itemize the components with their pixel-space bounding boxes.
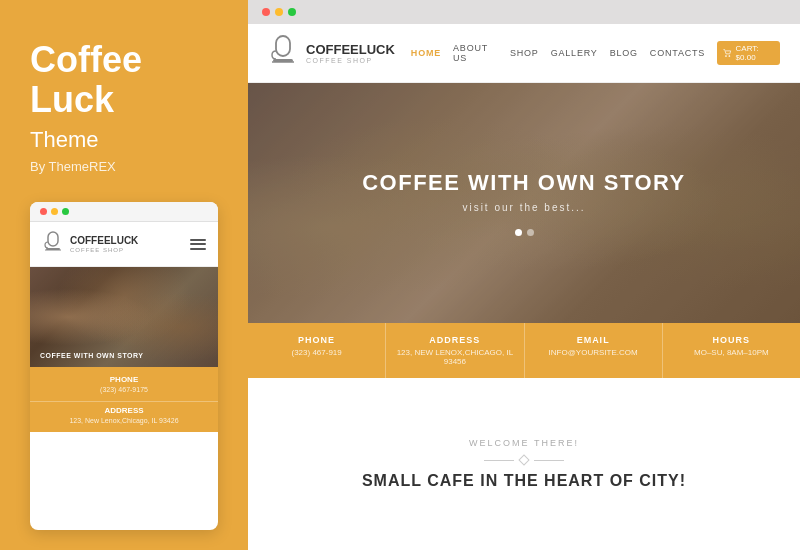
arrow-line-left [484, 460, 514, 461]
mobile-info-section: PHONE (323) 467-9175 [30, 367, 218, 401]
info-bar: PHONE (323) 467-919 ADDRESS 123, NEW LEN… [248, 323, 800, 378]
nav-item-blog[interactable]: BLOG [610, 48, 638, 58]
browser-dot-yellow [275, 8, 283, 16]
theme-subtitle: Theme [30, 127, 218, 153]
title-line1: Coffee [30, 39, 142, 80]
mobile-hero: COFFEE WITH OWN STORY [30, 267, 218, 367]
theme-title: Coffee Luck [30, 40, 218, 119]
site-logo-bold: COFFEE [306, 42, 359, 57]
info-hours-value: MO–SU, 8AM–10PM [673, 348, 790, 357]
hamburger-line-3 [190, 248, 206, 250]
mobile-address-label: ADDRESS [42, 406, 206, 415]
hero-subtitle: visit our the best... [462, 202, 585, 213]
mobile-logo-sub: COFFEE SHOP [70, 247, 138, 253]
info-address-value: 123, NEW LENOX,CHICAGO, IL 93456 [396, 348, 513, 366]
browser-window: COFFEELUCK COFFEE SHOP HOME ABOUT US SHO… [248, 24, 800, 550]
nav-item-shop[interactable]: SHOP [510, 48, 539, 58]
mobile-address-value: 123, New Lenox,Chicago, IL 93426 [42, 417, 206, 424]
mobile-nav: COFFEELUCK COFFEE SHOP [30, 222, 218, 267]
nav-item-gallery[interactable]: GALLERY [551, 48, 598, 58]
hero-dot-1[interactable] [515, 229, 522, 236]
hero-title: COFFEE WITH OWN STORY [362, 170, 686, 196]
site-logo-sub: COFFEE SHOP [306, 57, 395, 64]
mobile-logo-icon [42, 230, 64, 258]
mobile-dot-red [40, 208, 47, 215]
hamburger-icon[interactable] [190, 239, 206, 250]
hero-dots [515, 229, 534, 236]
browser-dot-red [262, 8, 270, 16]
nav-item-about[interactable]: ABOUT US [453, 43, 498, 63]
right-panel: COFFEELUCK COFFEE SHOP HOME ABOUT US SHO… [248, 0, 800, 550]
info-item-hours: HOURS MO–SU, 8AM–10PM [663, 323, 800, 378]
info-email-label: EMAIL [535, 335, 652, 345]
cart-badge[interactable]: CART: $0.00 [717, 41, 780, 65]
mobile-address-section: ADDRESS 123, New Lenox,Chicago, IL 93426 [30, 401, 218, 432]
hamburger-line-1 [190, 239, 206, 241]
svg-rect-0 [48, 232, 58, 246]
site-logo-area: COFFEELUCK COFFEE SHOP [268, 34, 395, 72]
info-phone-label: PHONE [258, 335, 375, 345]
mobile-mockup: COFFEELUCK COFFEE SHOP COFFEE WITH OWN S… [30, 202, 218, 530]
info-address-label: ADDRESS [396, 335, 513, 345]
welcome-arrows [484, 456, 564, 464]
site-nav: COFFEELUCK COFFEE SHOP HOME ABOUT US SHO… [248, 24, 800, 83]
mobile-phone-value: (323) 467-9175 [42, 386, 206, 393]
cart-icon [723, 48, 732, 58]
nav-item-contacts[interactable]: CONTACTS [650, 48, 705, 58]
mobile-logo-bold: COFFEE [70, 235, 111, 246]
svg-point-5 [729, 55, 731, 57]
info-item-address: ADDRESS 123, NEW LENOX,CHICAGO, IL 93456 [386, 323, 524, 378]
mobile-dot-yellow [51, 208, 58, 215]
site-hero: COFFEE WITH OWN STORY visit our the best… [248, 83, 800, 323]
arrow-diamond [518, 454, 529, 465]
info-phone-value: (323) 467-919 [258, 348, 375, 357]
mobile-hero-text: COFFEE WITH OWN STORY [40, 352, 143, 359]
svg-point-4 [725, 55, 727, 57]
cart-label: CART: $0.00 [736, 44, 774, 62]
svg-rect-2 [276, 36, 290, 56]
theme-by: By ThemeREX [30, 159, 218, 174]
mobile-dot-green [62, 208, 69, 215]
mobile-phone-label: PHONE [42, 375, 206, 384]
welcome-tag: WELCOME THERE! [469, 438, 579, 448]
site-logo-icon [268, 34, 298, 72]
hero-content: COFFEE WITH OWN STORY visit our the best… [248, 83, 800, 323]
nav-items: HOME ABOUT US SHOP GALLERY BLOG CONTACTS… [411, 41, 780, 65]
browser-dot-green [288, 8, 296, 16]
nav-item-home[interactable]: HOME [411, 48, 441, 58]
hero-dot-2[interactable] [527, 229, 534, 236]
mobile-logo-area: COFFEELUCK COFFEE SHOP [42, 230, 138, 258]
arrow-line-right [534, 460, 564, 461]
info-hours-label: HOURS [673, 335, 790, 345]
info-item-email: EMAIL INFO@YOURSITE.COM [525, 323, 663, 378]
bottom-section: WELCOME THERE! SMALL CAFE IN THE HEART O… [248, 378, 800, 550]
title-line2: Luck [30, 79, 114, 120]
hamburger-line-2 [190, 243, 206, 245]
mobile-logo-text-container: COFFEELUCK COFFEE SHOP [70, 235, 138, 253]
mobile-topbar [30, 202, 218, 222]
site-logo-regular: LUCK [359, 42, 395, 57]
mobile-logo-regular: LUCK [111, 235, 139, 246]
bottom-title: SMALL CAFE IN THE HEART OF CITY! [362, 472, 686, 490]
browser-topbar [248, 0, 800, 24]
info-email-value: INFO@YOURSITE.COM [535, 348, 652, 357]
left-panel: Coffee Luck Theme By ThemeREX COFF [0, 0, 248, 550]
site-logo-text-container: COFFEELUCK COFFEE SHOP [306, 42, 395, 65]
info-item-phone: PHONE (323) 467-919 [248, 323, 386, 378]
